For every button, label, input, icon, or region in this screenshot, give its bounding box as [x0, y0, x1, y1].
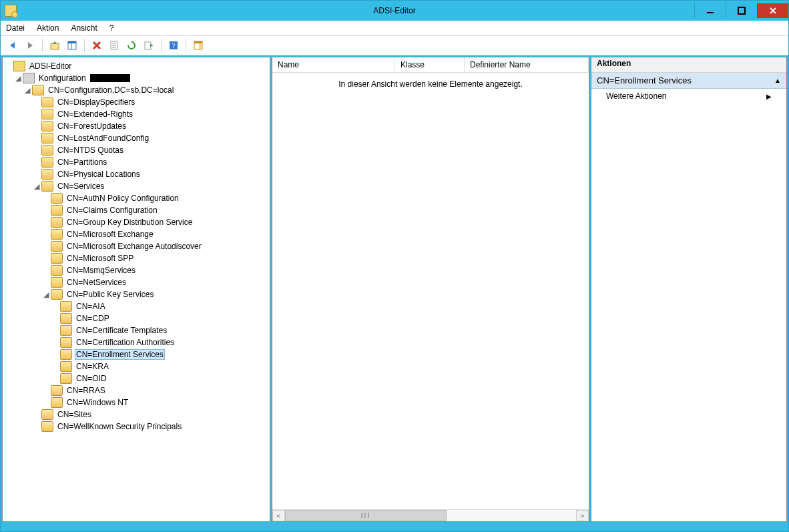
actions-header: Aktionen	[591, 57, 786, 73]
twisty-icon[interactable]: ◢	[23, 86, 32, 95]
tree-root[interactable]: ADSI-Editor	[4, 60, 268, 72]
help-button[interactable]: ?	[166, 37, 182, 53]
export-button[interactable]	[141, 37, 157, 53]
tree-node[interactable]: CN=ForestUpdates	[4, 120, 268, 132]
tree-node[interactable]: CN=Microsoft SPP	[4, 252, 268, 264]
tree-label: CN=KRA	[75, 362, 110, 371]
twisty-icon[interactable]: ◢	[41, 290, 51, 299]
tree-label: CN=ForestUpdates	[56, 121, 127, 131]
tree-node[interactable]: CN=CDP	[4, 312, 268, 324]
tree-node[interactable]: CN=RRAS	[4, 384, 268, 396]
tree-node[interactable]: CN=Microsoft Exchange	[4, 228, 268, 240]
tree-label: CN=NetServices	[65, 278, 127, 287]
window-title: ADSI-Editor	[1, 6, 788, 15]
column-header-name[interactable]: Name	[272, 57, 395, 72]
toolbar-separator	[186, 39, 186, 52]
tree-node[interactable]: CN=NetServices	[4, 276, 268, 288]
tree-node[interactable]: CN=MsmqServices	[4, 264, 268, 276]
svg-rect-9	[68, 41, 76, 43]
tree-node[interactable]: CN=AuthN Policy Configuration	[4, 192, 268, 204]
menu-file[interactable]: Datei	[6, 23, 25, 33]
toolbar-separator	[42, 39, 43, 52]
folder-icon	[51, 289, 63, 300]
tree-node[interactable]: CN=Certification Authorities	[4, 336, 268, 348]
tree-node-services[interactable]: ◢ CN=Services	[4, 180, 268, 192]
list-pane: Name Klasse Definierter Name In dieser A…	[272, 57, 589, 522]
refresh-button[interactable]	[123, 37, 140, 53]
tree-node[interactable]: CN=Windows NT	[4, 396, 268, 409]
twisty-icon[interactable]: ◢	[13, 74, 23, 83]
list-body[interactable]: In dieser Ansicht werden keine Elemente …	[272, 73, 589, 509]
scroll-track[interactable]: III	[285, 510, 576, 521]
tree-node-pks[interactable]: ◢ CN=Public Key Services	[4, 288, 268, 300]
tree-label: CN=Microsoft Exchange	[65, 230, 155, 239]
close-button[interactable]	[757, 3, 788, 18]
scroll-left-button[interactable]: <	[272, 510, 285, 521]
column-header-dn[interactable]: Definierter Name	[465, 57, 589, 72]
up-button[interactable]	[47, 37, 63, 53]
tree-label: CN=Sites	[56, 410, 93, 419]
folder-icon	[60, 301, 72, 312]
column-header-class[interactable]: Klasse	[395, 57, 465, 72]
twisty-icon[interactable]: ◢	[32, 182, 41, 191]
menu-help[interactable]: ?	[109, 23, 114, 33]
tree-pane: ADSI-Editor ◢ Konfiguration ◢ CN=Configu…	[2, 57, 270, 522]
tree-label: CN=Group Key Distribution Service	[65, 218, 194, 227]
svg-rect-24	[199, 43, 202, 49]
folder-icon	[51, 217, 63, 228]
toolbar: ?	[1, 36, 788, 55]
scroll-right-button[interactable]: >	[576, 510, 589, 521]
menu-view[interactable]: Ansicht	[71, 23, 97, 33]
tree-label: CN=Microsoft Exchange Autodiscover	[65, 242, 203, 251]
tree-node-dn[interactable]: ◢ CN=Configuration,DC=sb,DC=local	[4, 84, 268, 96]
app-icon	[5, 5, 17, 17]
tree-label: CN=NTDS Quotas	[56, 146, 125, 155]
tree-node[interactable]: CN=Physical Locations	[4, 168, 268, 180]
tree-node[interactable]: CN=Partitions	[4, 156, 268, 168]
tree-node[interactable]: CN=KRA	[4, 360, 268, 372]
maximize-button[interactable]	[726, 3, 757, 18]
titlebar[interactable]: ADSI-Editor	[1, 1, 788, 21]
tree-node[interactable]: CN=DisplaySpecifiers	[4, 96, 268, 108]
show-hide-pane-button[interactable]	[64, 37, 80, 53]
collapse-icon[interactable]: ▲	[774, 77, 781, 84]
folder-icon	[41, 121, 53, 131]
tree-node[interactable]: CN=Extended-Rights	[4, 108, 268, 120]
tree-node[interactable]: CN=AIA	[4, 300, 268, 312]
tree-label: CN=MsmqServices	[65, 266, 137, 275]
tree-node[interactable]: CN=LostAndFoundConfig	[4, 132, 268, 144]
horizontal-scrollbar[interactable]: < III >	[272, 509, 589, 521]
folder-icon	[60, 361, 72, 372]
folder-icon	[60, 325, 72, 336]
tree-node-selected[interactable]: CN=Enrollment Services	[4, 348, 268, 360]
tree-node[interactable]: CN=Claims Configuration	[4, 204, 268, 216]
properties-button[interactable]	[106, 37, 122, 53]
adsi-root-icon	[13, 61, 25, 71]
navigation-tree[interactable]: ADSI-Editor ◢ Konfiguration ◢ CN=Configu…	[3, 57, 270, 521]
action-pane-button[interactable]	[190, 37, 206, 53]
folder-icon	[41, 181, 53, 192]
menu-action[interactable]: Aktion	[37, 23, 59, 33]
tree-label: CN=Extended-Rights	[56, 109, 134, 119]
tree-node-config[interactable]: ◢ Konfiguration	[4, 72, 268, 84]
tree-node[interactable]: CN=OID	[4, 372, 268, 384]
minimize-button[interactable]	[694, 3, 726, 18]
back-button[interactable]	[5, 37, 21, 53]
forward-button[interactable]	[22, 37, 38, 53]
tree-label: CN=Services	[56, 182, 105, 191]
tree-node[interactable]: CN=NTDS Quotas	[4, 144, 268, 156]
folder-icon	[32, 85, 44, 95]
actions-more[interactable]: Weitere Aktionen ▶	[591, 89, 786, 103]
actions-selected[interactable]: CN=Enrollment Services ▲	[591, 73, 786, 89]
tree-node[interactable]: CN=Certificate Templates	[4, 324, 268, 336]
tree-node[interactable]: CN=WellKnown Security Principals	[4, 421, 268, 433]
tree-node[interactable]: CN=Microsoft Exchange Autodiscover	[4, 240, 268, 252]
delete-button[interactable]	[89, 37, 105, 53]
tree-node[interactable]: CN=Group Key Distribution Service	[4, 216, 268, 228]
tree-node[interactable]: CN=Sites	[4, 409, 268, 421]
folder-icon	[60, 373, 72, 384]
folder-icon	[51, 397, 63, 408]
folder-icon	[41, 409, 53, 420]
tree-label: CN=Claims Configuration	[65, 206, 159, 215]
scroll-thumb[interactable]: III	[285, 510, 447, 521]
